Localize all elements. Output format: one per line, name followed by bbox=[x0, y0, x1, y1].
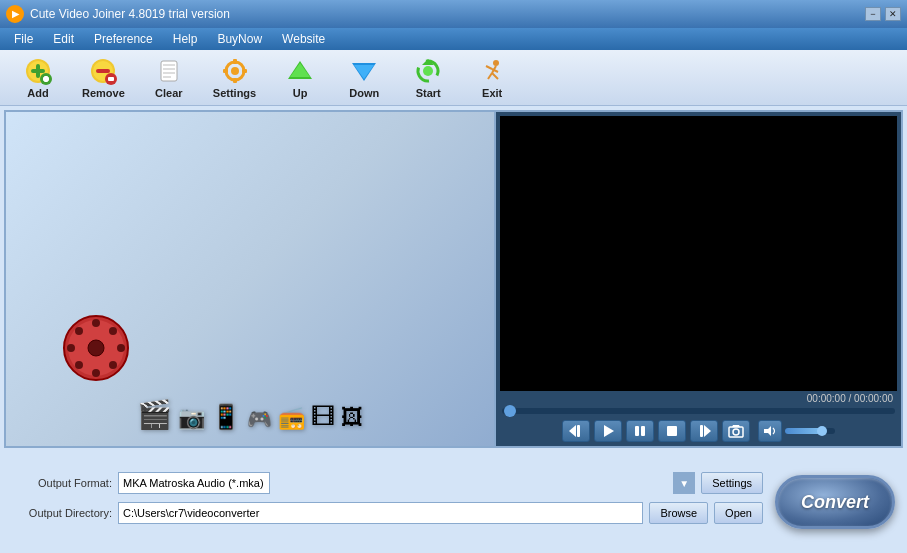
svg-rect-11 bbox=[108, 77, 114, 81]
svg-rect-16 bbox=[163, 76, 171, 78]
progress-handle[interactable] bbox=[504, 405, 516, 417]
convert-label: Convert bbox=[801, 492, 869, 513]
media-icons: 🎬 📷 📱 🎮 📻 🎞 🖼 bbox=[137, 398, 363, 431]
select-arrow-icon: ▼ bbox=[673, 472, 695, 494]
file-panel-inner: 🎬 📷 📱 🎮 📻 🎞 🖼 bbox=[6, 112, 494, 446]
menu-buynow[interactable]: BuyNow bbox=[207, 30, 272, 48]
app-title: Cute Video Joiner 4.8019 trial version bbox=[30, 7, 230, 21]
exit-icon bbox=[478, 57, 506, 85]
main-panel: 🎬 📷 📱 🎮 📻 🎞 🖼 00:00:00 / 00:00:00 bbox=[4, 110, 903, 448]
svg-rect-3 bbox=[31, 69, 45, 73]
rewind-button[interactable] bbox=[562, 420, 590, 442]
snapshot-button[interactable] bbox=[722, 420, 750, 442]
start-icon bbox=[414, 57, 442, 85]
fastforward-button[interactable] bbox=[690, 420, 718, 442]
svg-line-32 bbox=[492, 73, 498, 79]
clear-label: Clear bbox=[155, 87, 183, 99]
form-area: Output Format: MKA Matroska Audio (*.mka… bbox=[12, 472, 763, 532]
svg-point-45 bbox=[75, 361, 83, 369]
output-format-wrapper: MKA Matroska Audio (*.mka) ▼ bbox=[118, 472, 695, 494]
menu-preference[interactable]: Preference bbox=[84, 30, 163, 48]
add-icon bbox=[24, 57, 52, 85]
output-format-label: Output Format: bbox=[12, 477, 112, 489]
convert-button[interactable]: Convert bbox=[775, 475, 895, 529]
up-icon bbox=[286, 57, 314, 85]
up-button[interactable]: Up bbox=[270, 53, 330, 103]
browse-button[interactable]: Browse bbox=[649, 502, 708, 524]
pause-button[interactable] bbox=[626, 420, 654, 442]
svg-point-28 bbox=[423, 66, 433, 76]
menu-website[interactable]: Website bbox=[272, 30, 335, 48]
menu-file[interactable]: File bbox=[4, 30, 43, 48]
settings-label: Settings bbox=[213, 87, 256, 99]
exit-button[interactable]: Exit bbox=[462, 53, 522, 103]
settings-button[interactable]: Settings bbox=[203, 53, 266, 103]
svg-rect-13 bbox=[163, 64, 175, 66]
svg-marker-26 bbox=[354, 65, 374, 79]
video-controls bbox=[496, 416, 901, 446]
video-panel: 00:00:00 / 00:00:00 bbox=[496, 112, 901, 446]
menu-help[interactable]: Help bbox=[163, 30, 208, 48]
start-button[interactable]: Start bbox=[398, 53, 458, 103]
svg-rect-50 bbox=[641, 426, 645, 436]
svg-marker-48 bbox=[604, 425, 614, 437]
svg-point-43 bbox=[109, 361, 117, 369]
settings-icon bbox=[221, 57, 249, 85]
svg-line-33 bbox=[486, 66, 492, 69]
video-screen bbox=[500, 116, 897, 391]
svg-rect-47 bbox=[577, 425, 580, 437]
menu-bar: File Edit Preference Help BuyNow Website bbox=[0, 28, 907, 50]
down-button[interactable]: Down bbox=[334, 53, 394, 103]
output-directory-label: Output Directory: bbox=[12, 507, 112, 519]
close-button[interactable]: ✕ bbox=[885, 7, 901, 21]
app-icon: ▶ bbox=[6, 5, 24, 23]
volume-slider[interactable] bbox=[785, 428, 835, 434]
title-controls: − ✕ bbox=[865, 7, 901, 21]
volume-button[interactable] bbox=[758, 420, 782, 442]
svg-marker-56 bbox=[732, 425, 740, 427]
stop-button[interactable] bbox=[658, 420, 686, 442]
svg-point-44 bbox=[109, 327, 117, 335]
format-settings-button[interactable]: Settings bbox=[701, 472, 763, 494]
down-label: Down bbox=[349, 87, 379, 99]
svg-marker-46 bbox=[569, 425, 576, 437]
video-time: 00:00:00 / 00:00:00 bbox=[496, 393, 901, 406]
play-button[interactable] bbox=[594, 420, 622, 442]
svg-rect-20 bbox=[233, 78, 237, 83]
open-button[interactable]: Open bbox=[714, 502, 763, 524]
svg-rect-51 bbox=[667, 426, 677, 436]
svg-rect-14 bbox=[163, 68, 175, 70]
up-label: Up bbox=[293, 87, 308, 99]
add-button[interactable]: Add bbox=[8, 53, 68, 103]
minimize-button[interactable]: − bbox=[865, 7, 881, 21]
volume-area bbox=[758, 420, 835, 442]
svg-marker-24 bbox=[290, 63, 310, 77]
clear-icon bbox=[155, 57, 183, 85]
exit-label: Exit bbox=[482, 87, 502, 99]
svg-point-40 bbox=[67, 344, 75, 352]
clear-button[interactable]: Clear bbox=[139, 53, 199, 103]
svg-point-55 bbox=[733, 429, 739, 435]
svg-point-37 bbox=[88, 340, 104, 356]
svg-rect-6 bbox=[43, 77, 49, 81]
remove-icon bbox=[89, 57, 117, 85]
video-progress-bar[interactable] bbox=[502, 408, 895, 414]
output-format-select[interactable]: MKA Matroska Audio (*.mka) bbox=[118, 472, 270, 494]
menu-edit[interactable]: Edit bbox=[43, 30, 84, 48]
output-directory-row: Output Directory: Browse Open bbox=[12, 502, 763, 524]
title-left: ▶ Cute Video Joiner 4.8019 trial version bbox=[6, 5, 230, 23]
output-directory-input[interactable] bbox=[118, 502, 643, 524]
volume-knob[interactable] bbox=[817, 426, 827, 436]
start-label: Start bbox=[416, 87, 441, 99]
film-decoration bbox=[61, 313, 131, 386]
toolbar: Add Remove Clear bbox=[0, 50, 907, 106]
svg-marker-57 bbox=[764, 426, 771, 436]
svg-rect-49 bbox=[635, 426, 639, 436]
svg-point-18 bbox=[231, 67, 239, 75]
svg-rect-19 bbox=[233, 59, 237, 64]
svg-rect-9 bbox=[96, 69, 110, 73]
svg-rect-53 bbox=[700, 425, 703, 437]
svg-point-41 bbox=[117, 344, 125, 352]
file-panel[interactable]: 🎬 📷 📱 🎮 📻 🎞 🖼 bbox=[6, 112, 496, 446]
remove-button[interactable]: Remove bbox=[72, 53, 135, 103]
